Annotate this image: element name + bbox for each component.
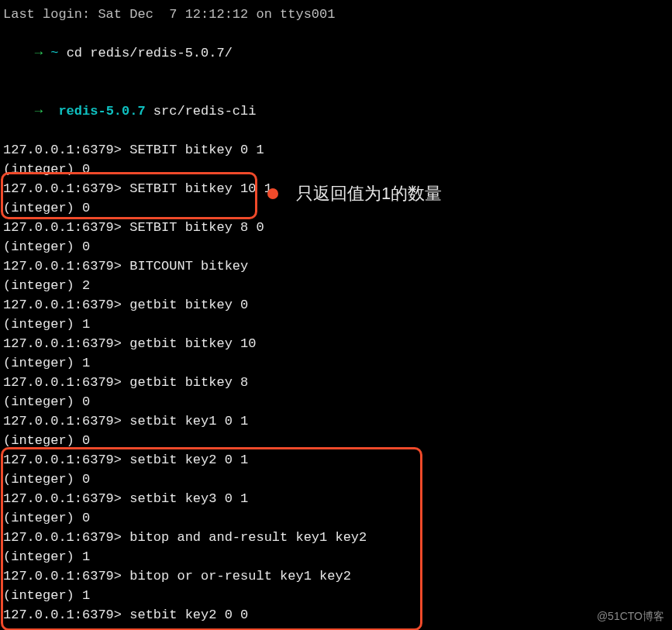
redis-command-line: 127.0.0.1:6379> BITCOUNT bitkey	[3, 256, 669, 276]
shell-line-2: → redis-5.0.7 src/redis-cli	[3, 82, 669, 140]
redis-command-line: 127.0.0.1:6379> setbit key2 0 0	[3, 605, 669, 625]
redis-command-line: 127.0.0.1:6379> bitop or or-result key1 …	[3, 566, 669, 586]
shell-command: cd redis/redis-5.0.7/	[67, 46, 233, 60]
last-login: Last login: Sat Dec 7 12:12:12 on ttys00…	[3, 5, 669, 24]
redis-result-line: (integer) 1	[3, 315, 669, 334]
redis-command-line: 127.0.0.1:6379> getbit bitkey 10	[3, 334, 669, 353]
redis-result-line: (integer) 0	[3, 470, 669, 489]
redis-result-line: (integer) 0	[3, 392, 669, 411]
shell-command: src/redis-cli	[153, 104, 257, 119]
annotation-text: 只返回值为1的数量	[296, 184, 442, 203]
redis-command-line: 127.0.0.1:6379> SETBIT bitkey 0 1	[3, 140, 669, 160]
redis-result-line: (integer) 1	[3, 353, 669, 373]
terminal[interactable]: Last login: Sat Dec 7 12:12:12 on ttys00…	[0, 0, 672, 630]
prompt-arrow-icon: →	[35, 104, 43, 119]
redis-command-line: 127.0.0.1:6379> getbit bitkey 0	[3, 295, 669, 315]
redis-command-line: 127.0.0.1:6379> SETBIT bitkey 8 0	[3, 218, 669, 237]
annotation-dot-icon	[267, 188, 278, 199]
redis-result-line: (integer) 0	[3, 431, 669, 450]
redis-result-line: (integer) 1	[3, 586, 669, 605]
redis-command-line: 127.0.0.1:6379> setbit key1 0 1	[3, 411, 669, 431]
redis-command-line: 127.0.0.1:6379> setbit key3 0 1	[3, 489, 669, 508]
shell-line-1: → ~ cd redis/redis-5.0.7/	[3, 24, 669, 82]
prompt-arrow-icon: →	[35, 46, 43, 60]
redis-result-line: (integer) 0	[3, 160, 669, 179]
redis-result-line: (integer) 1	[3, 547, 669, 566]
watermark: @51CTO博客	[597, 610, 664, 624]
redis-result-line: (integer) 0	[3, 508, 669, 528]
redis-command-line: 127.0.0.1:6379> setbit key2 0 1	[3, 450, 669, 470]
redis-result-line: (integer) 2	[3, 276, 669, 295]
cwd-home: ~	[50, 46, 58, 60]
redis-result-line: (integer) 0	[3, 237, 669, 256]
redis-result-line: (integer) 1	[3, 625, 669, 630]
redis-command-line: 127.0.0.1:6379> getbit bitkey 8	[3, 373, 669, 392]
redis-command-line: 127.0.0.1:6379> bitop and and-result key…	[3, 528, 669, 547]
redis-output: 127.0.0.1:6379> SETBIT bitkey 0 1(intege…	[3, 140, 669, 630]
cwd-dir: redis-5.0.7	[58, 104, 145, 119]
